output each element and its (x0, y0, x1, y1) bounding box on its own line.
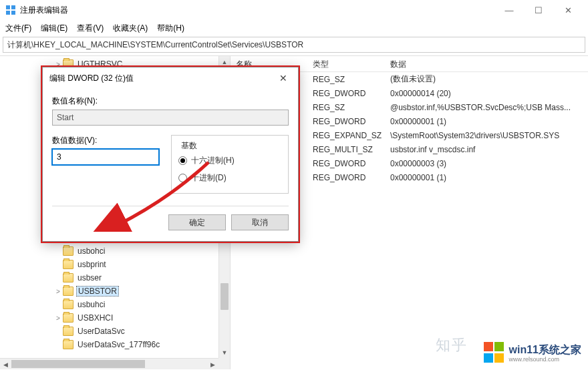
tree-row[interactable]: UserDataSvc_177ff96c (0, 338, 230, 351)
radix-hex-label: 十六进制(H) (191, 155, 235, 166)
menu-edit[interactable]: 编辑(E) (41, 23, 67, 34)
cell-type: REG_DWORD (307, 89, 385, 98)
radix-legend: 基数 (178, 140, 200, 152)
radio-icon (178, 174, 187, 182)
svg-rect-0 (6, 5, 10, 9)
value-name-input[interactable] (52, 110, 289, 126)
cell-type: REG_DWORD (307, 173, 385, 182)
tree-label: usbohci (76, 246, 106, 256)
watermark-zhihu: 知乎 (436, 335, 468, 355)
tree-hscrollbar[interactable]: ◀ ▶ (0, 358, 218, 369)
brand-url: www.relsound.com (509, 356, 581, 363)
window-title: 注册表编辑器 (20, 5, 68, 16)
col-header-data[interactable]: 数据 (385, 56, 588, 71)
menu-view[interactable]: 查看(V) (77, 23, 104, 34)
folder-icon (63, 300, 74, 309)
tree-row[interactable]: usbuhci (0, 298, 230, 311)
cell-data: usbstor.inf v_mscdsc.inf (385, 145, 588, 154)
cell-data: 0x00000003 (3) (385, 159, 588, 168)
cancel-button[interactable]: 取消 (231, 214, 289, 230)
value-data-input[interactable] (52, 149, 159, 165)
address-bar[interactable]: 计算机\HKEY_LOCAL_MACHINE\SYSTEM\CurrentCon… (3, 37, 585, 53)
regedit-icon (5, 5, 16, 15)
tree-scroll-thumb[interactable] (220, 283, 229, 310)
brand-logo-icon (484, 342, 505, 363)
folder-icon (63, 340, 74, 349)
tree-label: USBSTOR (76, 286, 119, 297)
tree-label: usbser (76, 273, 103, 283)
dialog-close-button[interactable]: ✕ (275, 73, 291, 83)
scroll-up-icon[interactable]: ▲ (219, 56, 230, 67)
tree-row[interactable]: usbser (0, 271, 230, 285)
cell-type: REG_EXPAND_SZ (307, 131, 385, 140)
svg-rect-1 (11, 5, 15, 9)
radix-dec-label: 十进制(D) (191, 172, 227, 184)
brand-text: win11系统之家 (509, 344, 581, 355)
folder-icon (63, 260, 74, 269)
tree-row[interactable]: usbohci (0, 244, 230, 258)
tree-row[interactable]: usbprint (0, 258, 230, 271)
window-controls: — ☐ ✕ (494, 0, 583, 20)
cell-type: REG_DWORD (307, 117, 385, 126)
tree-label: UserDataSvc (76, 327, 126, 336)
scroll-down-icon[interactable]: ▼ (219, 347, 230, 358)
cell-data: @usbstor.inf,%USBSTOR.SvcDesc%;USB Mass.… (385, 103, 588, 112)
cell-type: REG_SZ (307, 103, 385, 112)
menu-help[interactable]: 帮助(H) (157, 23, 184, 34)
tree-label: usbprint (76, 260, 108, 269)
cell-data: 0x00000001 (1) (385, 173, 588, 182)
radix-dec-option[interactable]: 十进制(D) (178, 169, 281, 186)
address-text: 计算机\HKEY_LOCAL_MACHINE\SYSTEM\CurrentCon… (7, 39, 303, 51)
tree-label: usbuhci (76, 300, 106, 309)
cell-data: (数值未设置) (385, 73, 588, 85)
tree-label: USBXHCI (76, 313, 114, 323)
dialog-title-text: 编辑 DWORD (32 位)值 (49, 73, 134, 84)
cell-type: REG_DWORD (307, 159, 385, 168)
cell-type: REG_MULTI_SZ (307, 145, 385, 154)
radix-fieldset: 基数 十六进制(H) 十进制(D) (171, 135, 289, 194)
radio-icon (178, 156, 187, 165)
menu-file[interactable]: 文件(F) (5, 23, 31, 34)
cell-data: 0x00000014 (20) (385, 89, 588, 98)
dialog-titlebar[interactable]: 编辑 DWORD (32 位)值 ✕ (43, 67, 298, 89)
close-button[interactable]: ✕ (553, 0, 583, 20)
titlebar: 注册表编辑器 — ☐ ✕ (0, 0, 588, 20)
menubar: 文件(F) 编辑(E) 查看(V) 收藏夹(A) 帮助(H) (0, 20, 588, 36)
tree-row[interactable]: >USBXHCI (0, 311, 230, 325)
folder-icon (63, 313, 74, 323)
watermark-brand: win11系统之家 www.relsound.com (484, 342, 581, 363)
tree-expand-icon[interactable]: > (53, 288, 63, 295)
tree-label: UserDataSvc_177ff96c (76, 340, 161, 349)
folder-icon (63, 273, 74, 283)
tree-expand-icon[interactable]: > (53, 315, 63, 322)
cell-data: 0x00000001 (1) (385, 117, 588, 126)
tree-row[interactable]: >USBSTOR (0, 285, 230, 298)
menu-favorites[interactable]: 收藏夹(A) (113, 23, 148, 34)
scroll-corner (218, 358, 230, 369)
col-header-type[interactable]: 类型 (307, 56, 385, 71)
tree-row[interactable]: UserDataSvc (0, 325, 230, 338)
svg-rect-3 (11, 11, 15, 15)
folder-icon (63, 246, 74, 256)
scroll-right-icon[interactable]: ▶ (207, 359, 218, 369)
radix-hex-option[interactable]: 十六进制(H) (178, 152, 281, 169)
ok-button[interactable]: 确定 (168, 214, 226, 230)
cell-data: \SystemRoot\System32\drivers\USBSTOR.SYS (385, 131, 588, 140)
folder-icon (63, 287, 74, 296)
edit-dword-dialog: 编辑 DWORD (32 位)值 ✕ 数值名称(N): 数值数据(V): 基数 … (42, 67, 299, 242)
minimize-button[interactable]: — (494, 0, 524, 20)
folder-icon (63, 327, 74, 336)
tree-hscroll-thumb[interactable] (11, 360, 145, 368)
scroll-left-icon[interactable]: ◀ (0, 359, 11, 369)
value-data-label: 数值数据(V): (52, 135, 159, 146)
value-name-label: 数值名称(N): (52, 96, 289, 107)
svg-rect-2 (6, 11, 10, 15)
cell-type: REG_SZ (307, 75, 385, 84)
maximize-button[interactable]: ☐ (524, 0, 553, 20)
